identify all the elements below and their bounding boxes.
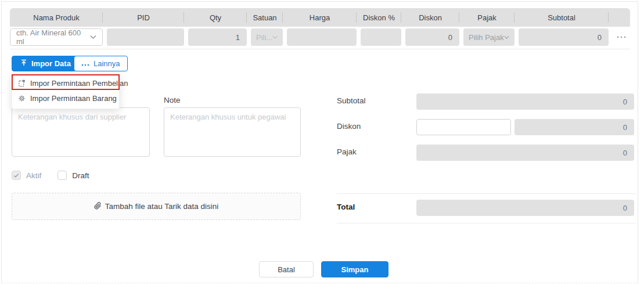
paperclip-icon [94, 202, 102, 211]
qty-value: 1 [236, 33, 240, 42]
diskon-input: 0 [405, 28, 459, 46]
col-qty: Qty [184, 8, 247, 27]
clipboard-import-icon [18, 80, 26, 87]
col-nama-produk: Nama Produk [10, 8, 103, 27]
col-actions [609, 8, 630, 27]
menu-item-impor-permintaan-barang[interactable]: Impor Permintaan Barang [12, 91, 119, 106]
save-button[interactable]: Simpan [321, 261, 388, 277]
checkbox-unchecked-icon [57, 171, 67, 180]
aktif-checkbox[interactable]: Aktif [12, 171, 41, 180]
pajak-field: 0 [416, 145, 634, 161]
row-divider [10, 49, 630, 49]
supplier-note-textarea[interactable] [12, 107, 150, 157]
product-select[interactable]: cth. Air Mineral 600 ml [10, 28, 103, 46]
col-pajak: Pajak [459, 8, 515, 27]
impor-data-label: Impor Data [31, 59, 71, 68]
pajak-label: Pajak [337, 147, 357, 156]
line-items-header: Nama Produk PID Qty Satuan Harga Diskon … [10, 8, 630, 27]
qty-input: 1 [188, 28, 247, 46]
menu-item-label: Impor Permintaan Pembelian [30, 79, 128, 88]
col-pid: PID [103, 8, 184, 27]
chevron-down-icon [90, 35, 96, 39]
subtotal-input: 0 [519, 28, 609, 46]
draft-checkbox[interactable]: Draft [57, 171, 89, 180]
line-item-row: cth. Air Mineral 600 ml 1 Pili... 0 Pil [10, 28, 630, 46]
total-label: Total [337, 203, 355, 211]
chevron-down-icon [504, 35, 509, 39]
summary-divider-bottom [337, 223, 636, 223]
subtotal-field: 0 [416, 93, 634, 110]
chevron-down-icon [272, 35, 278, 39]
diskon-field: 0 [515, 119, 634, 135]
ellipsis-icon [81, 59, 89, 68]
summary-divider-top [337, 193, 636, 194]
diskon-amount-input[interactable] [416, 119, 511, 135]
menu-item-impor-permintaan-pembelian[interactable]: Impor Permintaan Pembelian [12, 75, 119, 91]
subtotal-total-value: 0 [623, 98, 627, 106]
upload-label: Tambah file atau Tarik data disini [105, 202, 219, 211]
row-more-actions-icon[interactable] [613, 36, 630, 38]
impor-data-button[interactable]: Impor Data [12, 56, 80, 71]
col-diskon-pct: Diskon % [357, 8, 401, 27]
product-select-value: cth. Air Mineral 600 ml [16, 28, 90, 46]
satuan-select: Pili... [251, 28, 283, 46]
col-harga: Harga [283, 8, 357, 27]
total-field: 0 [416, 200, 634, 216]
pajak-select-value: Pilih Pajak [469, 33, 504, 42]
col-diskon: Diskon [401, 8, 459, 27]
save-label: Simpan [341, 265, 369, 274]
pajak-select: Pilih Pajak [463, 28, 515, 46]
gear-tag-icon [18, 95, 26, 102]
file-upload-dropzone[interactable]: Tambah file atau Tarik data disini [12, 193, 301, 220]
draft-label: Draft [72, 171, 89, 180]
pajak-total-value: 0 [623, 149, 627, 157]
lainnya-button[interactable]: Lainnya [74, 56, 128, 71]
menu-item-label: Impor Permintaan Barang [30, 94, 117, 103]
cancel-button[interactable]: Batal [259, 261, 314, 277]
subtotal-value: 0 [598, 33, 602, 42]
satuan-select-value: Pili... [256, 33, 272, 42]
grand-total-value: 0 [623, 204, 627, 212]
checkbox-checked-icon [12, 171, 21, 180]
subtotal-label: Subtotal [337, 96, 366, 105]
aktif-label: Aktif [26, 171, 41, 180]
diskon-value: 0 [448, 33, 452, 42]
lainnya-label: Lainnya [93, 59, 120, 68]
upload-icon [20, 59, 27, 68]
employee-note-textarea[interactable] [164, 107, 301, 157]
impor-dropdown-menu: Impor Permintaan Pembelian Impor Permint… [12, 73, 120, 109]
col-subtotal: Subtotal [515, 8, 609, 27]
diskon-total-value: 0 [623, 123, 627, 132]
cancel-label: Batal [278, 265, 295, 274]
diskon-pct-input [361, 28, 401, 46]
status-checkboxes: Aktif Draft [12, 171, 89, 180]
col-satuan: Satuan [247, 8, 283, 27]
pid-input [107, 28, 184, 46]
purchase-form-page: Nama Produk PID Qty Satuan Harga Diskon … [0, 0, 644, 285]
diskon-label: Diskon [337, 122, 361, 131]
note-label: Note [164, 96, 181, 104]
harga-input [287, 28, 357, 46]
